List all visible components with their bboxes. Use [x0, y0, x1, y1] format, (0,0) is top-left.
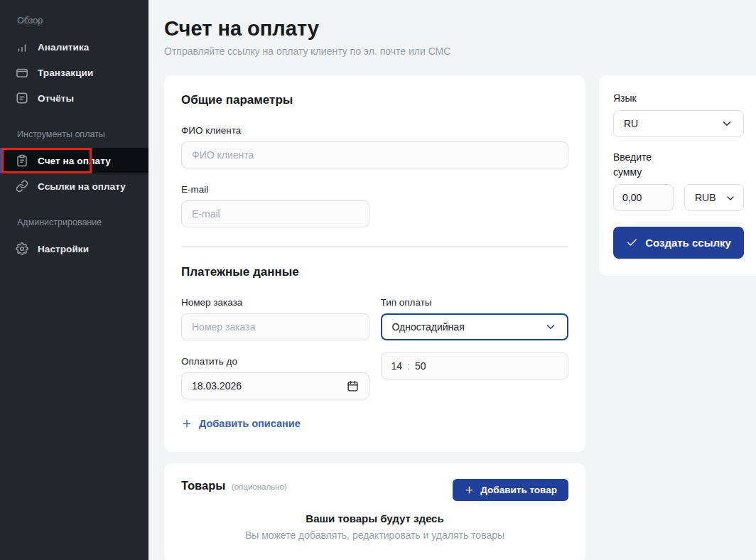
payment-type-label: Тип оплаты: [381, 297, 569, 308]
sidebar-section-payment-tools: Инструменты оплаты: [0, 128, 148, 141]
payment-type-select[interactable]: Одностадийная: [381, 313, 569, 340]
add-product-label: Добавить товар: [480, 485, 557, 495]
products-heading-wrap: Товары (опционально): [181, 479, 287, 492]
due-time-minutes: 50: [415, 360, 426, 372]
section-divider: [181, 246, 568, 247]
sidebar-section-administration: Администрирование: [0, 216, 148, 229]
create-link-panel: Язык RU Введите сумму RUB: [599, 75, 756, 276]
sidebar: Обзор Аналитика Транзакции Отчёты Инстру…: [0, 0, 148, 560]
calendar-icon[interactable]: [347, 380, 359, 392]
due-date-label: Оплатить до: [181, 356, 369, 367]
plus-icon: [464, 485, 475, 495]
sidebar-section-overview: Обзор: [0, 14, 148, 27]
form-column: Общие параметры ФИО клиента E-mail Плате…: [164, 75, 585, 560]
page-title: Счет на оплату: [164, 17, 756, 41]
products-empty-subtitle: Вы можете добавлять, редактировать и уда…: [181, 529, 568, 541]
plus-icon: [181, 418, 193, 429]
products-empty-title: Ваши товары будут здесь: [181, 512, 568, 524]
summary-column: Язык RU Введите сумму RUB: [599, 75, 756, 276]
sidebar-item-label: Настройки: [38, 244, 89, 254]
currency-value: RUB: [695, 192, 716, 203]
sidebar-item-payment-links[interactable]: Ссылки на оплату: [0, 173, 148, 199]
sidebar-item-reports[interactable]: Отчёты: [0, 85, 148, 111]
amount-input[interactable]: [613, 184, 674, 211]
main-content: Счет на оплату Отправляйте ссылку на опл…: [148, 0, 756, 560]
add-description-link[interactable]: Добавить описание: [181, 418, 301, 429]
add-description-label: Добавить описание: [199, 418, 301, 429]
create-link-button[interactable]: Создать ссылку: [613, 227, 744, 259]
products-card: Товары (опционально) Добавить товар Ваши…: [164, 463, 585, 560]
due-date-input[interactable]: 18.03.2026: [181, 372, 369, 399]
currency-select[interactable]: RUB: [684, 184, 744, 211]
content-row: Общие параметры ФИО клиента E-mail Плате…: [164, 75, 756, 560]
sidebar-item-label: Транзакции: [38, 68, 93, 78]
sidebar-item-label: Аналитика: [38, 42, 89, 53]
invoice-icon: [16, 154, 28, 167]
due-time-hours: 14: [392, 360, 403, 372]
sidebar-item-label: Ссылки на оплату: [38, 181, 126, 192]
create-link-label: Создать ссылку: [645, 237, 731, 249]
amount-label: Введите сумму: [613, 150, 664, 180]
due-time-separator: :: [402, 360, 415, 372]
due-time-input[interactable]: 14 : 50: [381, 352, 569, 379]
link-icon: [16, 180, 28, 193]
due-date-value: 18.03.2026: [192, 380, 347, 392]
products-optional-note: (опционально): [232, 483, 287, 491]
order-number-label: Номер заказа: [181, 297, 369, 308]
gear-icon: [16, 242, 28, 255]
chevron-down-icon: [544, 321, 557, 333]
payment-type-value: Одностадийная: [392, 321, 465, 333]
app-window: Обзор Аналитика Транзакции Отчёты Инстру…: [0, 0, 756, 560]
page-subtitle: Отправляйте ссылку на оплату клиенту по …: [164, 45, 756, 57]
sidebar-item-analytics[interactable]: Аналитика: [0, 34, 148, 60]
products-empty-state: Ваши товары будут здесь Вы можете добавл…: [181, 512, 568, 541]
general-params-heading: Общие параметры: [181, 93, 568, 107]
check-icon: [626, 237, 638, 249]
sidebar-item-invoice[interactable]: Счет на оплату: [0, 148, 148, 173]
wallet-icon: [16, 66, 28, 79]
chevron-down-icon: [720, 117, 733, 130]
language-select[interactable]: RU: [613, 110, 744, 137]
email-label: E-mail: [181, 184, 568, 195]
products-heading: Товары: [181, 479, 225, 492]
sidebar-item-settings[interactable]: Настройки: [0, 236, 148, 262]
sidebar-item-label: Счет на оплату: [38, 156, 111, 166]
add-product-button[interactable]: Добавить товар: [453, 479, 568, 501]
order-number-input[interactable]: [181, 313, 369, 340]
fio-label: ФИО клиента: [181, 125, 568, 136]
invoice-form-card: Общие параметры ФИО клиента E-mail Плате…: [164, 75, 585, 452]
language-value: RU: [624, 118, 638, 129]
email-input[interactable]: [181, 200, 369, 227]
active-accent-bar: [0, 148, 3, 173]
bar-chart-icon: [16, 41, 28, 53]
fio-input[interactable]: [181, 141, 568, 168]
sidebar-item-label: Отчёты: [38, 93, 74, 104]
chevron-down-icon: [725, 192, 736, 203]
report-icon: [16, 92, 28, 104]
language-label: Язык: [613, 92, 756, 104]
payment-data-heading: Платежные данные: [181, 265, 568, 279]
sidebar-item-transactions[interactable]: Транзакции: [0, 60, 148, 85]
